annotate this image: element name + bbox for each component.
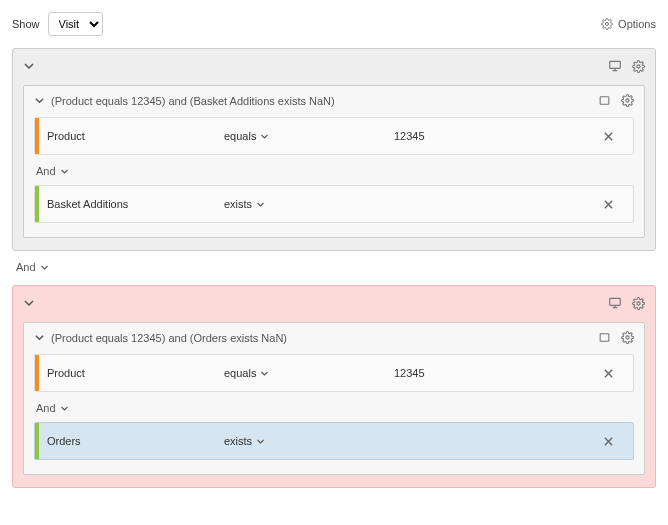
chevron-down-icon bbox=[60, 404, 69, 413]
segment-group: (Product equals 12345) and (Basket Addit… bbox=[12, 48, 656, 251]
gear-icon[interactable] bbox=[632, 60, 645, 73]
svg-point-6 bbox=[637, 301, 640, 304]
rule-row[interactable]: Product equals 12345 bbox=[34, 354, 634, 392]
chevron-down-icon bbox=[256, 200, 265, 209]
rule-dimension: Product bbox=[39, 130, 224, 142]
chevron-down-icon bbox=[60, 167, 69, 176]
show-label: Show bbox=[12, 18, 40, 30]
rule-row[interactable]: Orders exists bbox=[34, 422, 634, 460]
rule-row[interactable]: Product equals 12345 bbox=[34, 117, 634, 155]
rule-operator[interactable]: equals bbox=[224, 130, 394, 142]
rule-value: 12345 bbox=[394, 130, 603, 142]
svg-point-8 bbox=[626, 336, 629, 339]
svg-rect-1 bbox=[610, 61, 621, 68]
window-icon[interactable] bbox=[598, 94, 611, 107]
rule-value: 12345 bbox=[394, 367, 603, 379]
svg-rect-5 bbox=[610, 298, 621, 305]
screen-icon[interactable] bbox=[608, 296, 622, 310]
gear-icon[interactable] bbox=[621, 331, 634, 344]
window-icon[interactable] bbox=[598, 331, 611, 344]
svg-point-4 bbox=[626, 99, 629, 102]
rule-row[interactable]: Basket Additions exists bbox=[34, 185, 634, 223]
remove-rule-button[interactable] bbox=[603, 436, 633, 447]
chevron-down-icon bbox=[260, 132, 269, 141]
subgroup-summary: (Product equals 12345) and (Basket Addit… bbox=[51, 95, 335, 107]
segment-subgroup: (Product equals 12345) and (Orders exist… bbox=[23, 322, 645, 475]
subgroup-summary: (Product equals 12345) and (Orders exist… bbox=[51, 332, 287, 344]
segment-subgroup: (Product equals 12345) and (Basket Addit… bbox=[23, 85, 645, 238]
top-bar: Show Visit Options bbox=[12, 12, 656, 36]
collapse-toggle[interactable] bbox=[34, 332, 45, 343]
segment-group-excluded: (Product equals 12345) and (Orders exist… bbox=[12, 285, 656, 488]
rule-operator[interactable]: exists bbox=[224, 435, 394, 447]
collapse-toggle[interactable] bbox=[23, 60, 35, 72]
gear-icon[interactable] bbox=[621, 94, 634, 107]
gear-icon bbox=[601, 18, 613, 30]
rule-dimension: Product bbox=[39, 367, 224, 379]
remove-rule-button[interactable] bbox=[603, 368, 633, 379]
rule-operator[interactable]: exists bbox=[224, 198, 394, 210]
svg-rect-7 bbox=[600, 334, 609, 342]
chevron-down-icon bbox=[40, 263, 49, 272]
collapse-toggle[interactable] bbox=[23, 297, 35, 309]
rule-operator[interactable]: equals bbox=[224, 367, 394, 379]
remove-rule-button[interactable] bbox=[603, 199, 633, 210]
rule-dimension: Basket Additions bbox=[39, 198, 224, 210]
svg-point-0 bbox=[606, 23, 609, 26]
show-select[interactable]: Visit bbox=[48, 12, 103, 36]
chevron-down-icon bbox=[260, 369, 269, 378]
options-label: Options bbox=[618, 18, 656, 30]
group-connector[interactable]: And bbox=[16, 261, 656, 273]
options-button[interactable]: Options bbox=[601, 18, 656, 30]
screen-icon[interactable] bbox=[608, 59, 622, 73]
chevron-down-icon bbox=[256, 437, 265, 446]
collapse-toggle[interactable] bbox=[34, 95, 45, 106]
svg-point-2 bbox=[637, 64, 640, 67]
rule-connector[interactable]: And bbox=[34, 159, 634, 185]
svg-rect-3 bbox=[600, 97, 609, 105]
rule-connector[interactable]: And bbox=[34, 396, 634, 422]
rule-dimension: Orders bbox=[39, 435, 224, 447]
gear-icon[interactable] bbox=[632, 297, 645, 310]
remove-rule-button[interactable] bbox=[603, 131, 633, 142]
